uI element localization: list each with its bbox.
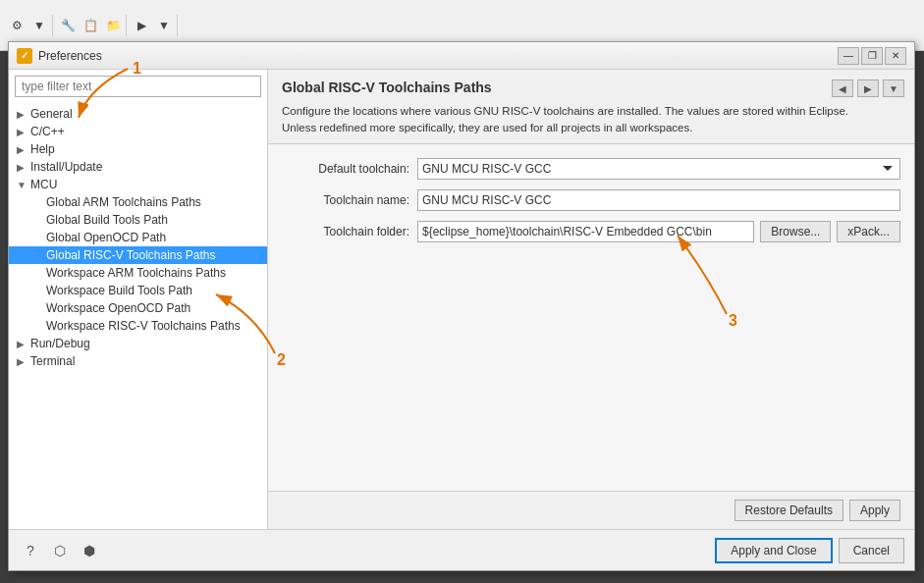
toolbar-btn-5[interactable]: 📁 [102, 15, 124, 36]
help-icon-button[interactable]: ? [19, 540, 42, 561]
expand-arrow-run-debug: ▶ [17, 339, 30, 349]
sidebar-item-label-global-build: Global Build Tools Path [46, 213, 168, 227]
right-bottom-buttons: Restore Defaults Apply [268, 491, 914, 529]
filter-input[interactable] [15, 76, 261, 97]
sidebar-item-label-help: Help [30, 142, 55, 156]
nav-dropdown-button[interactable]: ▼ [883, 80, 904, 97]
toolbar-section-2: 🔧 📋 📁 [55, 15, 127, 36]
right-header: Global RISC-V Toolchains Paths ◀ ▶ ▼ Con… [268, 70, 914, 144]
restore-button[interactable]: ❐ [861, 47, 883, 65]
sidebar-item-global-riscv[interactable]: Global RISC-V Toolchains Paths [9, 246, 267, 264]
right-content: Default toolchain: GNU MCU RISC-V GCC To… [268, 144, 914, 492]
close-button[interactable]: ✕ [885, 47, 906, 65]
sidebar-item-label-global-riscv: Global RISC-V Toolchains Paths [46, 248, 216, 262]
dialog-body: ▶ General ▶ C/C++ ▶ Help ▶ Install/Updat… [9, 70, 914, 529]
sidebar-item-workspace-riscv[interactable]: Workspace RISC-V Toolchains Paths [9, 317, 267, 335]
nav-forward-button[interactable]: ▶ [857, 80, 879, 97]
sidebar-item-install-update[interactable]: ▶ Install/Update [9, 158, 267, 176]
toolbar-btn-1[interactable]: ⚙ [6, 15, 27, 36]
sidebar-item-help[interactable]: ▶ Help [9, 140, 267, 158]
dialog-footer: ? ⬡ ⬢ Apply and Close Cancel [9, 529, 914, 570]
dialog-title-area: ✓ Preferences [17, 48, 102, 64]
toolchain-folder-row: Toolchain folder: Browse... xPack... [282, 221, 900, 242]
dialog-title: Preferences [38, 49, 102, 63]
sidebar-item-run-debug[interactable]: ▶ Run/Debug [9, 335, 267, 352]
sidebar-item-workspace-openocd[interactable]: Workspace OpenOCD Path [9, 299, 267, 317]
sidebar-item-label-run-debug: Run/Debug [30, 337, 90, 350]
sidebar-item-workspace-arm[interactable]: Workspace ARM Toolchains Paths [9, 264, 267, 282]
xpack-button[interactable]: xPack... [837, 221, 900, 242]
toolbar-btn-7[interactable]: ▼ [153, 15, 175, 36]
toolbar-btn-6[interactable]: ▶ [131, 15, 152, 36]
expand-arrow-mcu: ▼ [17, 180, 30, 190]
page-description: Configure the locations where various GN… [282, 103, 900, 137]
sidebar-item-workspace-build-tools[interactable]: Workspace Build Tools Path [9, 282, 267, 299]
toolbar-section-3: ▶ ▼ [129, 15, 178, 36]
description-text: Configure the locations where various GN… [282, 105, 848, 133]
expand-arrow-general: ▶ [17, 109, 30, 120]
import-icon-button[interactable]: ⬢ [78, 540, 101, 561]
default-toolchain-row: Default toolchain: GNU MCU RISC-V GCC [282, 158, 900, 180]
toolchain-folder-input[interactable] [417, 221, 754, 242]
sidebar-item-mcu[interactable]: ▼ MCU [9, 176, 267, 193]
page-title: Global RISC-V Toolchains Paths [282, 80, 900, 95]
toolchain-name-label: Toolchain name: [282, 193, 409, 207]
sidebar-item-general[interactable]: ▶ General [9, 105, 267, 123]
default-toolchain-control: GNU MCU RISC-V GCC [417, 158, 900, 180]
restore-defaults-button[interactable]: Restore Defaults [734, 500, 843, 521]
expand-arrow-help: ▶ [17, 144, 30, 155]
toolbar-btn-3[interactable]: 🔧 [57, 15, 79, 36]
nav-back-button[interactable]: ◀ [832, 80, 853, 97]
toolbar-section-1: ⚙ ▼ [4, 15, 53, 36]
apply-button[interactable]: Apply [849, 500, 900, 521]
sidebar-item-cpp[interactable]: ▶ C/C++ [9, 123, 267, 140]
toolchain-name-input[interactable] [417, 189, 900, 211]
sidebar-item-label-cpp: C/C++ [30, 125, 65, 138]
right-panel: Global RISC-V Toolchains Paths ◀ ▶ ▼ Con… [268, 70, 914, 529]
sidebar-item-label-terminal: Terminal [30, 354, 75, 368]
expand-arrow-cpp: ▶ [17, 127, 30, 137]
footer-right: Apply and Close Cancel [715, 538, 904, 563]
sidebar-item-label-global-openocd: Global OpenOCD Path [46, 231, 166, 244]
sidebar-item-terminal[interactable]: ▶ Terminal [9, 352, 267, 370]
toolchain-folder-label: Toolchain folder: [282, 225, 409, 238]
tree-area: ▶ General ▶ C/C++ ▶ Help ▶ Install/Updat… [9, 103, 267, 529]
toolbar-btn-4[interactable]: 📋 [80, 15, 101, 36]
sidebar-item-label-mcu: MCU [30, 178, 57, 191]
sidebar-item-global-openocd[interactable]: Global OpenOCD Path [9, 229, 267, 246]
sidebar-item-label-workspace-riscv: Workspace RISC-V Toolchains Paths [46, 319, 241, 333]
sidebar-item-global-build-tools[interactable]: Global Build Tools Path [9, 211, 267, 229]
toolchain-name-row: Toolchain name: [282, 189, 900, 211]
apply-close-button[interactable]: Apply and Close [715, 538, 832, 563]
dialog-icon: ✓ [17, 48, 32, 64]
cancel-button[interactable]: Cancel [839, 538, 904, 563]
sidebar-item-label-install: Install/Update [30, 160, 102, 174]
sidebar-item-label-workspace-openocd: Workspace OpenOCD Path [46, 301, 190, 315]
export-icon-button[interactable]: ⬡ [48, 540, 72, 561]
left-panel: ▶ General ▶ C/C++ ▶ Help ▶ Install/Updat… [9, 70, 268, 529]
sidebar-item-label-global-arm: Global ARM Toolchains Paths [46, 195, 201, 209]
sidebar-item-global-arm[interactable]: Global ARM Toolchains Paths [9, 193, 267, 211]
sidebar-item-label-workspace-arm: Workspace ARM Toolchains Paths [46, 266, 226, 280]
footer-left: ? ⬡ ⬢ [19, 540, 101, 561]
toolchain-name-control [417, 189, 900, 211]
dialog-controls: — ❐ ✕ [838, 47, 906, 65]
expand-arrow-terminal: ▶ [17, 356, 30, 367]
browse-button[interactable]: Browse... [760, 221, 831, 242]
dialog-titlebar: ✓ Preferences — ❐ ✕ [9, 42, 914, 70]
nav-buttons: ◀ ▶ ▼ [832, 80, 904, 97]
default-toolchain-label: Default toolchain: [282, 162, 409, 176]
expand-arrow-install: ▶ [17, 162, 30, 173]
sidebar-item-label-workspace-build: Workspace Build Tools Path [46, 284, 192, 297]
preferences-dialog: ✓ Preferences — ❐ ✕ ▶ General ▶ C/C++ [8, 41, 915, 571]
default-toolchain-select[interactable]: GNU MCU RISC-V GCC [417, 158, 900, 180]
toolchain-folder-control: Browse... xPack... [417, 221, 900, 242]
sidebar-item-label-general: General [30, 107, 73, 121]
minimize-button[interactable]: — [838, 47, 859, 65]
toolbar-btn-2[interactable]: ▼ [28, 15, 50, 36]
